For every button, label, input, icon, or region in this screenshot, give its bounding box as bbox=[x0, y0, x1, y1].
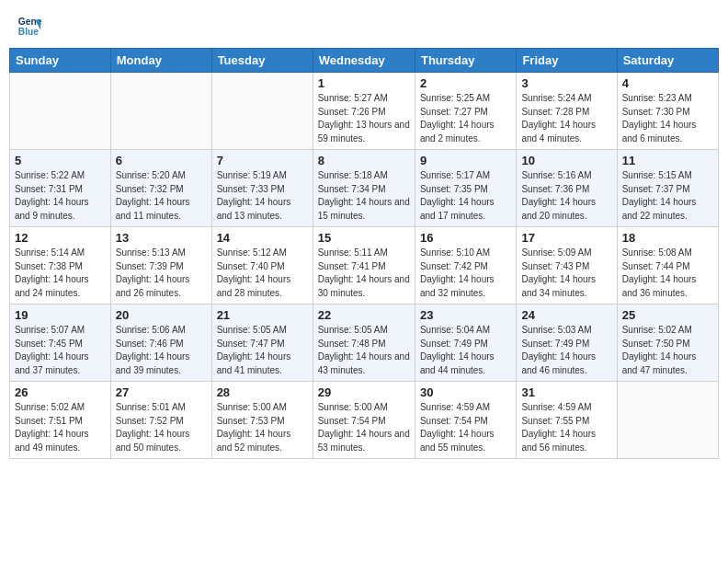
calendar-table: SundayMondayTuesdayWednesdayThursdayFrid… bbox=[9, 48, 719, 459]
daylight-text: Daylight: 14 hours and 22 minutes. bbox=[622, 196, 713, 223]
sunset-text: Sunset: 7:55 PM bbox=[521, 415, 611, 429]
sunrise-text: Sunrise: 5:22 AM bbox=[15, 169, 106, 183]
logo: General Blue bbox=[17, 13, 44, 39]
daylight-text: Daylight: 14 hours and 53 minutes. bbox=[318, 428, 410, 454]
daylight-text: Daylight: 14 hours and 41 minutes. bbox=[217, 350, 308, 377]
sunrise-text: Sunrise: 5:02 AM bbox=[15, 401, 106, 415]
day-info: Sunrise: 5:22 AMSunset: 7:31 PMDaylight:… bbox=[15, 169, 106, 223]
day-info: Sunrise: 5:11 AMSunset: 7:41 PMDaylight:… bbox=[318, 247, 410, 300]
daylight-text: Daylight: 14 hours and 15 minutes. bbox=[318, 196, 410, 223]
day-info: Sunrise: 5:01 AMSunset: 7:52 PMDaylight:… bbox=[116, 401, 207, 454]
day-number: 10 bbox=[521, 154, 611, 167]
day-number: 21 bbox=[217, 308, 308, 322]
sunset-text: Sunset: 7:28 PM bbox=[521, 106, 611, 120]
day-number: 20 bbox=[116, 308, 207, 322]
calendar-day-cell: 2Sunrise: 5:25 AMSunset: 7:27 PMDaylight… bbox=[415, 73, 516, 150]
day-number: 6 bbox=[116, 154, 207, 167]
sunset-text: Sunset: 7:49 PM bbox=[521, 338, 611, 351]
sunset-text: Sunset: 7:45 PM bbox=[15, 338, 106, 351]
day-info: Sunrise: 5:02 AMSunset: 7:51 PMDaylight:… bbox=[15, 401, 106, 454]
day-info: Sunrise: 5:02 AMSunset: 7:50 PMDaylight:… bbox=[622, 324, 713, 377]
daylight-text: Daylight: 14 hours and 32 minutes. bbox=[420, 273, 511, 300]
day-number: 4 bbox=[622, 76, 713, 90]
day-info: Sunrise: 5:14 AMSunset: 7:38 PMDaylight:… bbox=[15, 247, 106, 300]
daylight-text: Daylight: 14 hours and 49 minutes. bbox=[15, 428, 106, 454]
sunset-text: Sunset: 7:54 PM bbox=[420, 415, 511, 429]
page-header: General Blue bbox=[9, 9, 719, 42]
day-number: 11 bbox=[622, 154, 713, 167]
sunrise-text: Sunrise: 4:59 AM bbox=[521, 401, 611, 415]
day-info: Sunrise: 4:59 AMSunset: 7:54 PMDaylight:… bbox=[420, 401, 511, 454]
sunset-text: Sunset: 7:44 PM bbox=[622, 260, 713, 274]
daylight-text: Daylight: 14 hours and 30 minutes. bbox=[318, 273, 410, 300]
weekday-header-monday: Monday bbox=[110, 49, 211, 73]
day-info: Sunrise: 5:05 AMSunset: 7:48 PMDaylight:… bbox=[318, 324, 410, 377]
day-info: Sunrise: 5:00 AMSunset: 7:53 PMDaylight:… bbox=[217, 401, 308, 454]
day-number: 17 bbox=[521, 231, 611, 245]
sunset-text: Sunset: 7:35 PM bbox=[420, 183, 511, 197]
day-info: Sunrise: 5:25 AMSunset: 7:27 PMDaylight:… bbox=[420, 92, 511, 145]
daylight-text: Daylight: 14 hours and 6 minutes. bbox=[622, 119, 713, 145]
day-number: 1 bbox=[318, 76, 410, 90]
calendar-week-row: 26Sunrise: 5:02 AMSunset: 7:51 PMDayligh… bbox=[10, 382, 719, 459]
day-number: 5 bbox=[15, 154, 106, 167]
calendar-day-cell: 19Sunrise: 5:07 AMSunset: 7:45 PMDayligh… bbox=[10, 304, 111, 382]
sunrise-text: Sunrise: 5:09 AM bbox=[521, 247, 611, 260]
day-info: Sunrise: 5:09 AMSunset: 7:43 PMDaylight:… bbox=[521, 247, 611, 300]
calendar-day-cell: 25Sunrise: 5:02 AMSunset: 7:50 PMDayligh… bbox=[617, 304, 718, 382]
sunrise-text: Sunrise: 5:25 AM bbox=[420, 92, 511, 106]
daylight-text: Daylight: 14 hours and 47 minutes. bbox=[622, 350, 713, 377]
sunrise-text: Sunrise: 5:15 AM bbox=[622, 169, 713, 183]
calendar-day-cell: 28Sunrise: 5:00 AMSunset: 7:53 PMDayligh… bbox=[211, 382, 313, 459]
calendar-day-cell: 10Sunrise: 5:16 AMSunset: 7:36 PMDayligh… bbox=[517, 150, 617, 227]
calendar-day-cell: 4Sunrise: 5:23 AMSunset: 7:30 PMDaylight… bbox=[617, 73, 718, 150]
day-info: Sunrise: 5:17 AMSunset: 7:35 PMDaylight:… bbox=[420, 169, 511, 223]
day-info: Sunrise: 5:27 AMSunset: 7:26 PMDaylight:… bbox=[318, 92, 410, 145]
sunrise-text: Sunrise: 5:02 AM bbox=[622, 324, 713, 338]
calendar-day-cell: 18Sunrise: 5:08 AMSunset: 7:44 PMDayligh… bbox=[617, 227, 718, 304]
sunrise-text: Sunrise: 5:10 AM bbox=[420, 247, 511, 260]
day-number: 13 bbox=[116, 231, 207, 245]
daylight-text: Daylight: 14 hours and 55 minutes. bbox=[420, 428, 511, 454]
daylight-text: Daylight: 14 hours and 2 minutes. bbox=[420, 119, 511, 145]
calendar-day-cell: 17Sunrise: 5:09 AMSunset: 7:43 PMDayligh… bbox=[517, 227, 617, 304]
daylight-text: Daylight: 14 hours and 26 minutes. bbox=[116, 273, 207, 300]
day-info: Sunrise: 5:03 AMSunset: 7:49 PMDaylight:… bbox=[521, 324, 611, 377]
logo-icon: General Blue bbox=[17, 13, 42, 39]
calendar-day-cell: 16Sunrise: 5:10 AMSunset: 7:42 PMDayligh… bbox=[415, 227, 516, 304]
weekday-header-thursday: Thursday bbox=[415, 49, 516, 73]
sunset-text: Sunset: 7:41 PM bbox=[318, 260, 410, 274]
daylight-text: Daylight: 13 hours and 59 minutes. bbox=[318, 119, 410, 145]
calendar-day-cell: 12Sunrise: 5:14 AMSunset: 7:38 PMDayligh… bbox=[10, 227, 111, 304]
sunset-text: Sunset: 7:51 PM bbox=[15, 415, 106, 429]
weekday-header-saturday: Saturday bbox=[617, 49, 718, 73]
calendar-day-cell: 3Sunrise: 5:24 AMSunset: 7:28 PMDaylight… bbox=[517, 73, 617, 150]
day-info: Sunrise: 5:08 AMSunset: 7:44 PMDaylight:… bbox=[622, 247, 713, 300]
day-number: 12 bbox=[15, 231, 106, 245]
day-number: 28 bbox=[217, 385, 308, 399]
day-info: Sunrise: 5:20 AMSunset: 7:32 PMDaylight:… bbox=[116, 169, 207, 223]
day-info: Sunrise: 5:05 AMSunset: 7:47 PMDaylight:… bbox=[217, 324, 308, 377]
sunrise-text: Sunrise: 5:13 AM bbox=[116, 247, 207, 260]
calendar-day-cell: 11Sunrise: 5:15 AMSunset: 7:37 PMDayligh… bbox=[617, 150, 718, 227]
weekday-header-wednesday: Wednesday bbox=[313, 49, 415, 73]
day-info: Sunrise: 4:59 AMSunset: 7:55 PMDaylight:… bbox=[521, 401, 611, 454]
sunset-text: Sunset: 7:47 PM bbox=[217, 338, 308, 351]
day-info: Sunrise: 5:23 AMSunset: 7:30 PMDaylight:… bbox=[622, 92, 713, 145]
sunrise-text: Sunrise: 5:01 AM bbox=[116, 401, 207, 415]
day-number: 2 bbox=[420, 76, 511, 90]
calendar-day-cell: 13Sunrise: 5:13 AMSunset: 7:39 PMDayligh… bbox=[110, 227, 211, 304]
day-number: 15 bbox=[318, 231, 410, 245]
day-info: Sunrise: 5:06 AMSunset: 7:46 PMDaylight:… bbox=[116, 324, 207, 377]
day-number: 3 bbox=[521, 76, 611, 90]
daylight-text: Daylight: 14 hours and 44 minutes. bbox=[420, 350, 511, 377]
day-number: 23 bbox=[420, 308, 511, 322]
calendar-day-cell: 7Sunrise: 5:19 AMSunset: 7:33 PMDaylight… bbox=[211, 150, 313, 227]
day-number: 29 bbox=[318, 385, 410, 399]
sunrise-text: Sunrise: 5:04 AM bbox=[420, 324, 511, 338]
day-number: 22 bbox=[318, 308, 410, 322]
sunrise-text: Sunrise: 5:05 AM bbox=[217, 324, 308, 338]
sunrise-text: Sunrise: 5:19 AM bbox=[217, 169, 308, 183]
sunset-text: Sunset: 7:40 PM bbox=[217, 260, 308, 274]
daylight-text: Daylight: 14 hours and 43 minutes. bbox=[318, 350, 410, 377]
